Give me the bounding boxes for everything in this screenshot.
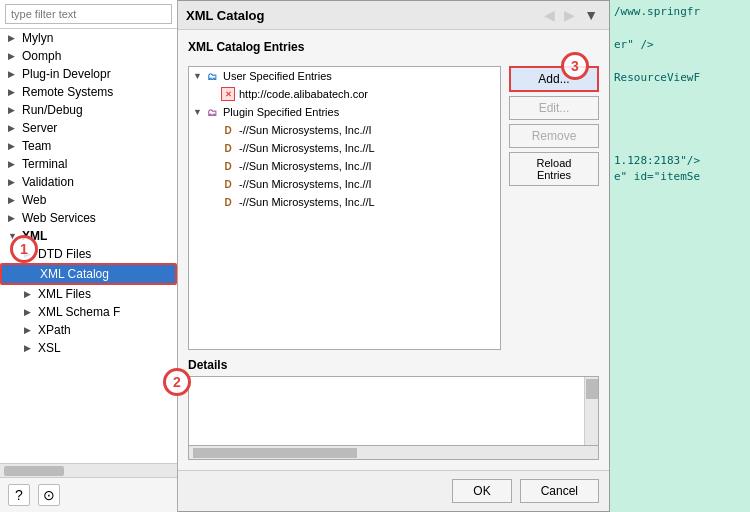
restore-defaults-button[interactable]: ⊙ bbox=[38, 484, 60, 506]
user-entries-icon: 🗂 bbox=[205, 69, 219, 83]
tree-item-xml-catalog[interactable]: XML Catalog bbox=[0, 263, 177, 285]
tree-label: DTD Files bbox=[38, 247, 91, 261]
entry-buttons: Add... Edit... Remove Reload Entries bbox=[509, 66, 599, 350]
entries-tree: ▼ 🗂 User Specified Entries ✕ http://code… bbox=[188, 66, 501, 350]
tree-label: XML Catalog bbox=[40, 267, 109, 281]
tree-label: Terminal bbox=[22, 157, 67, 171]
tree-item-xpath[interactable]: ▶ XPath bbox=[0, 321, 177, 339]
arrow-icon: ▶ bbox=[8, 87, 18, 97]
arrow-icon: ▶ bbox=[24, 307, 34, 317]
arrow-icon: ▶ bbox=[8, 213, 18, 223]
arrow-icon: ▶ bbox=[8, 123, 18, 133]
details-scrollbar[interactable] bbox=[584, 377, 598, 445]
details-h-scroll[interactable] bbox=[188, 446, 599, 460]
tree-item-xml[interactable]: ▼ XML bbox=[0, 227, 177, 245]
entry-label: Plugin Specified Entries bbox=[223, 106, 339, 118]
tree-label: Plug-in Developr bbox=[22, 67, 111, 81]
tree-item-team[interactable]: ▶ Team bbox=[0, 137, 177, 155]
nav-buttons: ◀ ▶ ▼ bbox=[541, 6, 601, 24]
arrow-icon: ▶ bbox=[8, 33, 18, 43]
code-line-11: e" id="itemSe bbox=[614, 169, 746, 186]
bottom-actions: ? ⊙ bbox=[0, 477, 177, 512]
dialog-title: XML Catalog bbox=[186, 8, 265, 23]
entry-user-specified-group[interactable]: ▼ 🗂 User Specified Entries bbox=[189, 67, 500, 85]
entry-sun-2[interactable]: D -//Sun Microsystems, Inc.//L bbox=[189, 139, 500, 157]
entry-sun-1[interactable]: D -//Sun Microsystems, Inc.//I bbox=[189, 121, 500, 139]
tree-item-plugin-dev[interactable]: ▶ Plug-in Developr bbox=[0, 65, 177, 83]
code-line-4 bbox=[614, 54, 746, 71]
arrow-icon: ▶ bbox=[24, 249, 34, 259]
tree-label: XML Files bbox=[38, 287, 91, 301]
scrollbar-thumb bbox=[586, 379, 598, 399]
tree-label: XML bbox=[22, 229, 47, 243]
tree-label: Oomph bbox=[22, 49, 61, 63]
tree-label: Validation bbox=[22, 175, 74, 189]
tree-label: XSL bbox=[38, 341, 61, 355]
tree-item-oomph[interactable]: ▶ Oomph bbox=[0, 47, 177, 65]
help-button[interactable]: ? bbox=[8, 484, 30, 506]
cancel-button[interactable]: Cancel bbox=[520, 479, 599, 503]
code-line-5: ResourceViewF bbox=[614, 70, 746, 87]
tree-label: Remote Systems bbox=[22, 85, 113, 99]
entry-plugin-specified-group[interactable]: ▼ 🗂 Plugin Specified Entries bbox=[189, 103, 500, 121]
tree-label: Server bbox=[22, 121, 57, 135]
entry-label: -//Sun Microsystems, Inc.//I bbox=[239, 178, 372, 190]
tree-item-web-services[interactable]: ▶ Web Services bbox=[0, 209, 177, 227]
d-entry-icon: D bbox=[221, 123, 235, 137]
details-label: Details bbox=[188, 358, 599, 372]
tree-label: Mylyn bbox=[22, 31, 53, 45]
tree-label: Run/Debug bbox=[22, 103, 83, 117]
code-panel: /www.springfr er" /> ResourceViewF 1.128… bbox=[610, 0, 750, 512]
tree-label: XML Schema F bbox=[38, 305, 120, 319]
arrow-icon: ▶ bbox=[8, 141, 18, 151]
entry-sun-5[interactable]: D -//Sun Microsystems, Inc.//L bbox=[189, 193, 500, 211]
entry-alibaba[interactable]: ✕ http://code.alibabatech.cor bbox=[189, 85, 500, 103]
h-scroll-thumb bbox=[193, 448, 357, 458]
arrow-icon: ▶ bbox=[8, 51, 18, 61]
entry-label: -//Sun Microsystems, Inc.//L bbox=[239, 196, 375, 208]
dialog-titlebar: XML Catalog ◀ ▶ ▼ bbox=[178, 1, 609, 30]
tree-item-terminal[interactable]: ▶ Terminal bbox=[0, 155, 177, 173]
tree-item-server[interactable]: ▶ Server bbox=[0, 119, 177, 137]
entry-label: -//Sun Microsystems, Inc.//I bbox=[239, 124, 372, 136]
edit-button[interactable]: Edit... bbox=[509, 96, 599, 120]
horizontal-scrollbar[interactable] bbox=[0, 463, 177, 477]
nav-dropdown-button[interactable]: ▼ bbox=[581, 6, 601, 24]
entry-label: -//Sun Microsystems, Inc.//L bbox=[239, 142, 375, 154]
tree-item-xsl[interactable]: ▶ XSL bbox=[0, 339, 177, 357]
tree-label: Web Services bbox=[22, 211, 96, 225]
entries-section-label: XML Catalog Entries bbox=[188, 40, 599, 54]
tree-item-validation[interactable]: ▶ Validation bbox=[0, 173, 177, 191]
reload-entries-button[interactable]: Reload Entries bbox=[509, 152, 599, 186]
entry-label: -//Sun Microsystems, Inc.//I bbox=[239, 160, 372, 172]
nav-forward-button[interactable]: ▶ bbox=[561, 6, 578, 24]
code-line-9 bbox=[614, 136, 746, 153]
arrow-icon: ▼ bbox=[8, 231, 18, 241]
entries-scroll[interactable]: ▼ 🗂 User Specified Entries ✕ http://code… bbox=[189, 67, 500, 349]
tree-item-run-debug[interactable]: ▶ Run/Debug bbox=[0, 101, 177, 119]
d-entry-icon: D bbox=[221, 177, 235, 191]
tree-item-remote-systems[interactable]: ▶ Remote Systems bbox=[0, 83, 177, 101]
code-line-6 bbox=[614, 87, 746, 104]
entry-sun-4[interactable]: D -//Sun Microsystems, Inc.//I bbox=[189, 175, 500, 193]
code-line-2 bbox=[614, 21, 746, 38]
code-line-1: /www.springfr bbox=[614, 4, 746, 21]
tree-item-xml-files[interactable]: ▶ XML Files bbox=[0, 285, 177, 303]
tree-item-web[interactable]: ▶ Web bbox=[0, 191, 177, 209]
add-button[interactable]: Add... bbox=[509, 66, 599, 92]
preferences-tree: ▶ Mylyn ▶ Oomph ▶ Plug-in Developr ▶ Rem… bbox=[0, 29, 177, 463]
ok-button[interactable]: OK bbox=[452, 479, 511, 503]
tree-item-dtd-files[interactable]: ▶ DTD Files bbox=[0, 245, 177, 263]
filter-input[interactable] bbox=[5, 4, 172, 24]
d-entry-icon: D bbox=[221, 159, 235, 173]
entry-sun-3[interactable]: D -//Sun Microsystems, Inc.//I bbox=[189, 157, 500, 175]
nav-back-button[interactable]: ◀ bbox=[541, 6, 558, 24]
arrow-icon: ▶ bbox=[24, 343, 34, 353]
entry-label: http://code.alibabatech.cor bbox=[239, 88, 368, 100]
tree-item-mylyn[interactable]: ▶ Mylyn bbox=[0, 29, 177, 47]
d-entry-icon: D bbox=[221, 195, 235, 209]
tree-item-xml-schema[interactable]: ▶ XML Schema F bbox=[0, 303, 177, 321]
arrow-icon: ▶ bbox=[24, 289, 34, 299]
details-box bbox=[188, 376, 599, 446]
remove-button[interactable]: Remove bbox=[509, 124, 599, 148]
